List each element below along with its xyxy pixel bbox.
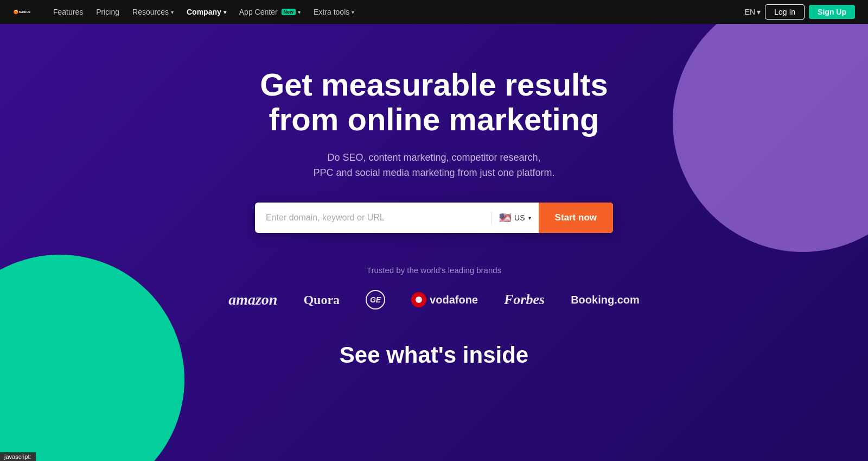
see-inside-section: See what's inside xyxy=(340,342,528,368)
nav-links: Features Pricing Resources ▾ Company ▾ A… xyxy=(48,4,745,20)
chevron-down-icon: ▾ xyxy=(298,9,301,15)
nav-features[interactable]: Features xyxy=(48,4,88,20)
chevron-down-icon: ▾ xyxy=(224,9,226,15)
login-button[interactable]: Log In xyxy=(765,4,805,20)
flag-icon: 🇺🇸 xyxy=(499,212,511,224)
signup-button[interactable]: Sign Up xyxy=(809,5,855,19)
hero-content: Get measurable results from online marke… xyxy=(244,67,624,233)
svg-text:SEMRUSH: SEMRUSH xyxy=(19,11,30,14)
booking-logo: Booking.com xyxy=(571,294,640,306)
vodafone-logo: vodafone xyxy=(411,292,478,307)
nav-extra-tools[interactable]: Extra tools ▾ xyxy=(308,4,360,20)
hero-subtitle: Do SEO, content marketing, competitor re… xyxy=(255,150,613,181)
ge-logo: GE xyxy=(366,290,385,310)
trust-section: Trusted by the world's leading brands am… xyxy=(228,266,640,310)
search-bar: 🇺🇸 US ▾ Start now xyxy=(255,203,613,233)
quora-logo: Quora xyxy=(303,293,340,307)
chevron-down-icon: ▾ xyxy=(352,9,354,15)
nav-right: EN ▾ Log In Sign Up xyxy=(745,4,855,20)
search-input[interactable] xyxy=(255,203,491,232)
chevron-down-icon: ▾ xyxy=(171,9,174,15)
nav-app-center[interactable]: App Center New ▾ xyxy=(234,4,306,20)
decorative-circle-green xyxy=(0,255,184,461)
decorative-circle-purple xyxy=(673,24,868,252)
navbar: SEMRUSH Features Pricing Resources ▾ Com… xyxy=(0,0,868,24)
chevron-down-icon: ▾ xyxy=(528,215,531,221)
hero-section: Get measurable results from online marke… xyxy=(0,24,868,461)
nav-company[interactable]: Company ▾ xyxy=(181,4,232,20)
brand-logos: amazon Quora GE vodafone Forbes Booking.… xyxy=(228,290,640,310)
new-badge: New xyxy=(282,9,296,15)
status-bar: javascript: xyxy=(0,452,36,461)
nav-pricing[interactable]: Pricing xyxy=(91,4,125,20)
amazon-logo: amazon xyxy=(228,291,277,308)
see-inside-title: See what's inside xyxy=(340,342,528,368)
hero-title: Get measurable results from online marke… xyxy=(255,67,613,137)
trust-label: Trusted by the world's leading brands xyxy=(228,266,640,275)
logo[interactable]: SEMRUSH xyxy=(13,5,30,18)
language-selector[interactable]: EN ▾ xyxy=(745,8,761,16)
nav-resources[interactable]: Resources ▾ xyxy=(127,4,179,20)
forbes-logo: Forbes xyxy=(504,292,545,308)
start-now-button[interactable]: Start now xyxy=(539,203,613,233)
country-selector[interactable]: 🇺🇸 US ▾ xyxy=(491,212,538,224)
chevron-down-icon: ▾ xyxy=(757,8,761,16)
